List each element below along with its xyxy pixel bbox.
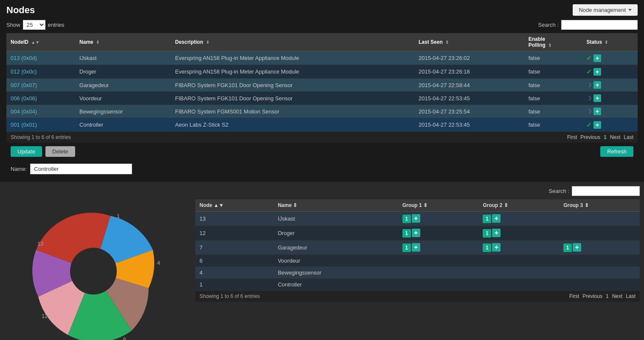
table-footer: Showing 1 to 6 of 6 entries First Previo… <box>6 132 638 143</box>
add-icon[interactable]: + <box>593 54 601 62</box>
page-number[interactable]: 1 <box>604 134 607 140</box>
assoc-page-last[interactable]: Last <box>626 293 636 299</box>
assoc-page-next[interactable]: Next <box>612 293 623 299</box>
assoc-cell-g3 <box>559 212 640 226</box>
page-next[interactable]: Next <box>610 134 621 140</box>
add-icon[interactable]: + <box>593 94 601 102</box>
add-icon[interactable]: + <box>593 68 601 76</box>
page-first[interactable]: First <box>567 134 577 140</box>
cell-lastseen: 2015-04-27 22:53:45 <box>414 118 524 132</box>
assoc-cell-g2 <box>478 279 559 291</box>
table-row[interactable]: 012 (0x0c) Droger Everspring AN158 Plug-… <box>6 65 638 79</box>
assoc-table-row[interactable]: 6 Voordeur <box>195 255 640 267</box>
assoc-table-row[interactable]: 4 Bewegingssensor <box>195 267 640 279</box>
page-title: Nodes <box>6 5 35 16</box>
cell-description: FIBARO System FGK101 Door Opening Sensor <box>171 92 414 105</box>
assoc-table-row[interactable]: 12 Droger 1+ 1+ <box>195 226 640 241</box>
assoc-cell-g1 <box>398 255 479 267</box>
node-management-button[interactable]: Node management <box>573 4 638 16</box>
nodes-table: NodeID ▲▼ Name ⇕ Description ⇕ Last Seen… <box>6 33 638 132</box>
refresh-button[interactable]: Refresh <box>600 146 633 157</box>
assoc-table-row[interactable]: 7 Garagedeur 1+ 1+ 1+ <box>195 241 640 255</box>
assoc-cell-node: 1 <box>195 279 273 291</box>
assoc-table-row[interactable]: 13 IJskast 1+ 1+ <box>195 212 640 226</box>
chart-label-12: 4 <box>157 260 160 266</box>
cell-name: Garagedeur <box>75 79 171 92</box>
showing-entries: Showing 1 to 6 of 6 entries <box>11 134 71 140</box>
assoc-th-group1[interactable]: Group 1 ⇕ <box>398 199 479 212</box>
page-last[interactable]: Last <box>624 134 633 140</box>
search-input[interactable] <box>561 20 638 30</box>
assoc-table-row[interactable]: 1 Controller <box>195 279 640 291</box>
sort-icon-polling: ⇕ <box>548 43 551 48</box>
cell-lastseen: 2015-04-27 23:26:18 <box>414 65 524 79</box>
dropdown-caret-icon <box>628 9 632 11</box>
cell-polling: false <box>524 51 582 65</box>
assoc-page-previous[interactable]: Previous <box>582 293 602 299</box>
cell-status: ☽ + <box>582 92 638 105</box>
table-row[interactable]: 001 (0x01) Controller Aeon Labs Z-Stick … <box>6 118 638 132</box>
group2-add-icon[interactable]: + <box>492 243 501 252</box>
th-name[interactable]: Name ⇕ <box>75 33 171 51</box>
group1-add-icon[interactable]: + <box>412 214 420 223</box>
table-row[interactable]: 006 (0x06) Voordeur FIBARO System FGK101… <box>6 92 638 105</box>
sort-icon-name: ⇕ <box>96 40 99 45</box>
cell-name: Bewegingssensor <box>75 105 171 118</box>
assoc-page-first[interactable]: First <box>569 293 579 299</box>
add-icon[interactable]: + <box>593 121 601 129</box>
add-icon[interactable]: + <box>593 81 601 89</box>
top-panel: Nodes Node management Show 25 10 50 100 … <box>0 0 644 182</box>
assoc-cell-g3 <box>559 255 640 267</box>
th-description[interactable]: Description ⇕ <box>171 33 414 51</box>
entries-select[interactable]: 25 10 50 100 <box>23 20 45 30</box>
group2-add-icon[interactable]: + <box>492 229 501 237</box>
assoc-th-node[interactable]: Node ▲▼ <box>195 199 273 212</box>
page-previous[interactable]: Previous <box>580 134 600 140</box>
assoc-cell-g3 <box>559 226 640 241</box>
assoc-cell-g2: 1+ <box>478 212 559 226</box>
group1-add-icon[interactable]: + <box>412 229 420 237</box>
cell-polling: false <box>524 65 582 79</box>
assoc-cell-name: IJskast <box>273 212 398 226</box>
table-row[interactable]: 007 (0x07) Garagedeur FIBARO System FGK1… <box>6 79 638 92</box>
cell-status: ☽ + <box>582 79 638 92</box>
th-polling[interactable]: EnablePolling ⇕ <box>524 33 582 51</box>
cell-description: Everspring AN158 Plug-in Meter Appliance… <box>171 65 414 79</box>
group2-add-icon[interactable]: + <box>492 214 501 223</box>
cell-lastseen: 2015-04-27 22:53:45 <box>414 92 524 105</box>
status-check-icon: ✓ <box>586 121 592 128</box>
assoc-search-input[interactable] <box>572 186 640 196</box>
assoc-cell-node: 6 <box>195 255 273 267</box>
assoc-page-number[interactable]: 1 <box>606 293 609 299</box>
add-icon[interactable]: + <box>593 108 601 115</box>
chart-label-13b: 13 <box>37 241 43 247</box>
th-nodeid[interactable]: NodeID ▲▼ <box>6 33 75 51</box>
delete-button[interactable]: Delete <box>45 146 75 157</box>
sort-icon-g3: ⇕ <box>585 202 589 208</box>
cell-description: FIBARO System FGMS001 Motion Sensor <box>171 105 414 118</box>
cell-description: FIBARO System FGK101 Door Opening Sensor <box>171 79 414 92</box>
assoc-th-name[interactable]: Name ⇕ <box>273 199 398 212</box>
group1-add-icon[interactable]: + <box>412 243 420 252</box>
update-button[interactable]: Update <box>11 146 42 157</box>
table-controls: Show 25 10 50 100 entries Search : <box>6 20 638 30</box>
th-lastseen[interactable]: Last Seen ⇕ <box>414 33 524 51</box>
sort-icon-nodeid: ▲▼ <box>31 40 39 45</box>
sort-icon-status: ⇕ <box>605 40 608 45</box>
name-input[interactable] <box>30 164 132 174</box>
assoc-th-group3[interactable]: Group 3 ⇕ <box>559 199 640 212</box>
assoc-cell-node: 4 <box>195 267 273 279</box>
table-row[interactable]: 013 (0x0d) IJskast Everspring AN158 Plug… <box>6 51 638 65</box>
assoc-panel: Search : Node ▲▼ Name ⇕ Group 1 ⇕ Group … <box>191 182 644 340</box>
th-status[interactable]: Status ⇕ <box>582 33 638 51</box>
assoc-footer: Showing 1 to 6 of 6 entries First Previo… <box>195 291 640 302</box>
assoc-cell-g3: 1+ <box>559 241 640 255</box>
table-row[interactable]: 004 (0x04) Bewegingssensor FIBARO System… <box>6 105 638 118</box>
assoc-pagination: First Previous 1 Next Last <box>569 293 636 299</box>
assoc-cell-name: Voordeur <box>273 255 398 267</box>
assoc-cell-node: 12 <box>195 226 273 241</box>
assoc-cell-name: Droger <box>273 226 398 241</box>
assoc-th-group2[interactable]: Group 2 ⇕ <box>478 199 559 212</box>
group3-badge: 1 <box>563 244 572 252</box>
group3-add-icon[interactable]: + <box>573 243 581 252</box>
